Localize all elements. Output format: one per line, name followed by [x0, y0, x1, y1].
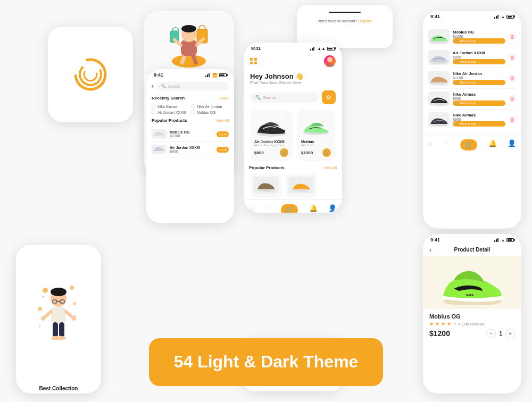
detail-back-arrow[interactable]: ‹: [429, 246, 431, 254]
add-cart-1[interactable]: 🛒: [280, 148, 288, 157]
delete-btn-4[interactable]: 🗑: [509, 95, 516, 103]
move-to-bag-5[interactable]: 🛒 Move to bag: [453, 121, 505, 127]
user-avatar[interactable]: [324, 55, 336, 67]
stars-row: ★ ★ ★ ★ ★ 4 (146 Reviews): [429, 321, 515, 326]
qty-decrease[interactable]: −: [486, 329, 496, 338]
pop-heart-2[interactable]: ♡: [312, 175, 315, 180]
svg-text:✦: ✦: [38, 325, 41, 328]
product-img-2: [152, 145, 167, 154]
move-to-bag-3[interactable]: 🛒 Move to bag: [453, 80, 505, 85]
product-row-2[interactable]: Air Jordan XXXIII $800 4.2 ★: [152, 142, 229, 157]
pop-card-1[interactable]: ♡: [250, 173, 282, 198]
reviews-text: 4 (146 Reviews): [459, 322, 486, 326]
qty-controls: − 1 +: [486, 329, 515, 338]
svg-line-30: [174, 40, 181, 45]
status-bar-search: 9:41 📶: [146, 69, 234, 79]
nav-heart-icon[interactable]: ♡: [264, 204, 270, 213]
menu-icon[interactable]: [250, 58, 257, 64]
star-3: ★: [441, 321, 445, 326]
svg-rect-21: [59, 322, 64, 337]
cart-nav-user[interactable]: 👤: [508, 139, 516, 150]
cart-item-price-1: $1200: [453, 35, 505, 38]
product-img-1: [152, 129, 167, 139]
svg-rect-15: [51, 307, 66, 323]
search-input-bar[interactable]: 🔍 Search: [157, 82, 229, 90]
nav-user-icon[interactable]: 👤: [328, 204, 337, 213]
svg-point-24: [172, 55, 206, 68]
delete-btn-5[interactable]: 🗑: [509, 116, 516, 123]
banner-text: 54 Light & Dark Theme: [174, 353, 359, 371]
cart-nav-heart[interactable]: ♡: [443, 139, 450, 150]
filter-button[interactable]: ⚙: [322, 90, 336, 104]
pop-products-row: ♡ ♡: [244, 172, 342, 199]
cart-nav-bell[interactable]: 🔔: [488, 139, 497, 150]
phone-product-detail: 9:41 ▲ ‹ Product Detail: [423, 234, 521, 393]
recent-tags: Nike Airmax Nike Air Jordan Air Jordan X…: [146, 103, 234, 116]
register-text: Didn't have an account? Register: [304, 19, 385, 23]
svg-rect-20: [53, 322, 58, 337]
move-to-bag-1[interactable]: 🛒 Move to bag: [453, 38, 505, 44]
status-icons-cart: ▲: [494, 15, 514, 19]
cart-shoe-img-5: [428, 112, 450, 127]
character-label: Best Collection: [34, 383, 84, 393]
pop-heart-1[interactable]: ♡: [277, 175, 280, 180]
cart-shoe-img-2: [428, 50, 450, 65]
add-cart-2[interactable]: 🛒: [322, 148, 331, 157]
view-all-button[interactable]: View All: [216, 119, 229, 122]
shoe-type-2: Men's Ru: [301, 144, 331, 147]
back-arrow[interactable]: ‹: [152, 82, 154, 90]
register-content: Didn't have an account? Register: [297, 5, 393, 34]
tag-jordan-xxxiii: Air Jordan XXXIII: [152, 110, 189, 114]
popular-title: Popular Products: [152, 118, 187, 123]
rating-badge-2: 4.2 ★: [217, 147, 229, 153]
tag-mobius: Mobius OG: [191, 110, 229, 114]
shoe-card-1[interactable]: ♡ Air Jordan XXXIII Men's Running Shoe $…: [250, 110, 293, 161]
home-search-input[interactable]: 🔍 Search: [250, 93, 319, 103]
cart-item-name-3: Nike Air Jordan: [453, 71, 505, 76]
cart-item-name-4: Nike Airmax: [453, 92, 505, 97]
status-bar-cart: 9:41 ▲: [423, 11, 521, 20]
detail-shoe-area: NIKE: [423, 256, 521, 309]
svg-point-18: [41, 316, 45, 321]
delete-btn-1[interactable]: 🗑: [509, 33, 516, 40]
rating-badge-1: 4.3 ★: [217, 131, 229, 137]
svg-text:NIKE: NIKE: [466, 294, 473, 297]
clear-button[interactable]: Clear: [220, 96, 229, 100]
svg-point-6: [38, 307, 42, 311]
pop-img-1: [253, 177, 279, 194]
nav-home-icon[interactable]: ⌂: [249, 204, 253, 213]
cart-nav-cart[interactable]: 🛒: [460, 139, 477, 150]
nav-cart-button[interactable]: 🛒: [281, 204, 298, 213]
qty-increase[interactable]: +: [505, 329, 515, 338]
cart-item-price-2: $800: [453, 55, 505, 59]
wishlist-icon-2[interactable]: ♡: [328, 113, 332, 118]
delete-btn-2[interactable]: 🗑: [509, 54, 516, 61]
view-all-home[interactable]: View All: [324, 166, 337, 170]
svg-point-23: [57, 336, 66, 340]
shoe-card-2[interactable]: ♡ Mobius Men's Ru $1200 🛒: [297, 110, 335, 161]
shoe-price-1: $800: [254, 150, 264, 155]
time-display: 9:41: [154, 72, 163, 78]
greeting-section: Hey Johnson 👋 Find Your Best Shoes Here: [244, 70, 342, 87]
move-to-bag-4[interactable]: 🛒 Move to bag: [453, 100, 505, 106]
phone-home: 9:41 ▲▲ Hey Johnson 👋 Find Your Best Sho…: [244, 43, 342, 213]
popular-home-header: Popular Products View All: [244, 163, 342, 172]
pop-card-2[interactable]: ♡: [285, 173, 317, 198]
detail-info: Mobius OG ★ ★ ★ ★ ★ 4 (146 Reviews) $120…: [423, 309, 521, 342]
onboard-hero: [144, 11, 234, 74]
home-header: [244, 52, 342, 70]
product-row-1[interactable]: Mobius OG $1200 4.3 ★: [152, 127, 229, 142]
nav-bell-icon[interactable]: 🔔: [309, 204, 318, 213]
delete-btn-3[interactable]: 🗑: [509, 74, 516, 82]
svg-point-3: [43, 288, 48, 293]
cart-item-4: Nike Airmax $890 🛒 Move to bag 🗑: [428, 89, 516, 110]
underline-bar: [329, 12, 361, 13]
tag-airmax: Nike Airmax: [152, 104, 189, 108]
star-4: ★: [447, 321, 451, 326]
wishlist-icon-1[interactable]: ♡: [285, 113, 289, 118]
cart-nav-home[interactable]: ⌂: [428, 139, 433, 150]
search-top-bar: ‹ 🔍 Search: [146, 79, 234, 94]
register-link[interactable]: Register: [358, 19, 372, 23]
move-to-bag-2[interactable]: 🛒 Move to bag: [453, 59, 505, 64]
svg-point-19: [72, 316, 76, 321]
